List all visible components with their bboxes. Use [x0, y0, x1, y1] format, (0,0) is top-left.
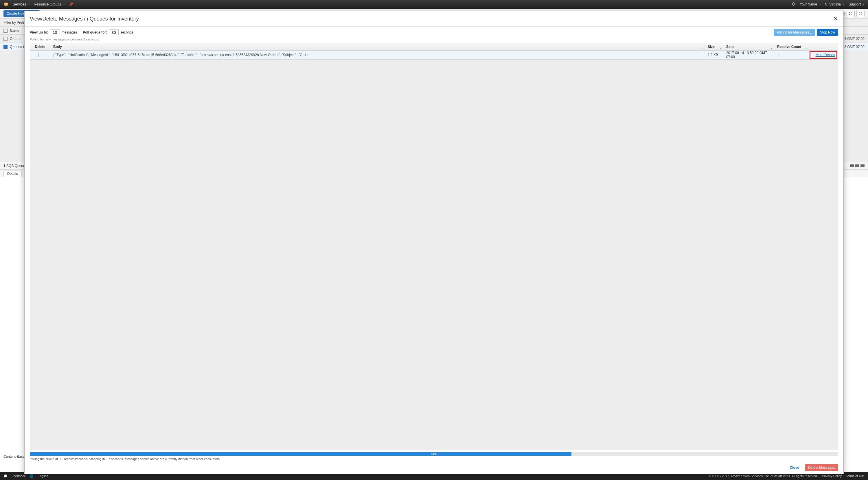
pin-icon[interactable]: 📌: [69, 2, 73, 6]
view-up-to-label: View up to:: [30, 30, 48, 34]
col-delete-header: Delete: [30, 43, 50, 50]
stop-now-button[interactable]: Stop Now: [817, 29, 838, 36]
message-body: { "Type" : "Notification", "MessageId" :…: [50, 50, 705, 59]
nav-resource-groups[interactable]: Resource Groups: [34, 2, 65, 6]
modal-title: View/Delete Messages in Queues-for-Inven…: [30, 16, 139, 22]
notifications-icon[interactable]: [792, 2, 796, 7]
polling-status-text: Polling the queue at 0.5 receives/second…: [30, 457, 838, 460]
poll-for-suffix: seconds: [120, 30, 133, 34]
message-checkbox[interactable]: [38, 53, 42, 57]
close-icon[interactable]: ✕: [833, 15, 838, 22]
col-more-header: [809, 43, 838, 50]
messages-empty-area: [30, 60, 838, 450]
nav-username[interactable]: Your Name: [800, 2, 821, 6]
polling-button[interactable]: Polling for Messages...: [774, 29, 815, 36]
col-body-header[interactable]: Body: [50, 43, 705, 50]
nav-support[interactable]: Support: [848, 2, 865, 6]
polling-interval-text: Polling for new messages once every 2 se…: [25, 38, 843, 43]
col-receive-header[interactable]: Receive Count: [774, 43, 809, 50]
polling-progress: 67%: [30, 452, 838, 456]
message-receive-count: 1: [774, 50, 809, 59]
delete-messages-button[interactable]: Delete Messages: [805, 464, 838, 471]
close-button[interactable]: Close: [787, 464, 802, 471]
view-up-to-suffix: messages: [62, 30, 78, 34]
message-sent: 2017-08-14 13:59:29 GMT-07:00: [723, 50, 774, 59]
poll-for-label: Poll queue for:: [83, 30, 107, 34]
modal-backdrop: View/Delete Messages in Queues-for-Inven…: [0, 9, 868, 480]
messages-table: Delete Body Size Sent Receive Count { "T…: [30, 43, 838, 60]
progress-percent: 67%: [30, 452, 838, 456]
nav-services[interactable]: Services: [13, 2, 30, 6]
top-nav: Services Resource Groups 📌 Your Name N. …: [0, 0, 868, 9]
view-up-to-input[interactable]: [50, 30, 60, 35]
nav-region[interactable]: N. Virginia: [825, 2, 844, 6]
poll-for-input[interactable]: [109, 30, 119, 35]
col-size-header[interactable]: Size: [705, 43, 723, 50]
message-size: 1.2 KB: [705, 50, 723, 59]
aws-logo-icon: [3, 2, 9, 7]
view-delete-modal: View/Delete Messages in Queues-for-Inven…: [24, 11, 844, 474]
col-sent-header[interactable]: Sent: [723, 43, 774, 50]
message-row[interactable]: { "Type" : "Notification", "MessageId" :…: [30, 50, 838, 59]
more-details-link[interactable]: More Details: [816, 53, 835, 57]
